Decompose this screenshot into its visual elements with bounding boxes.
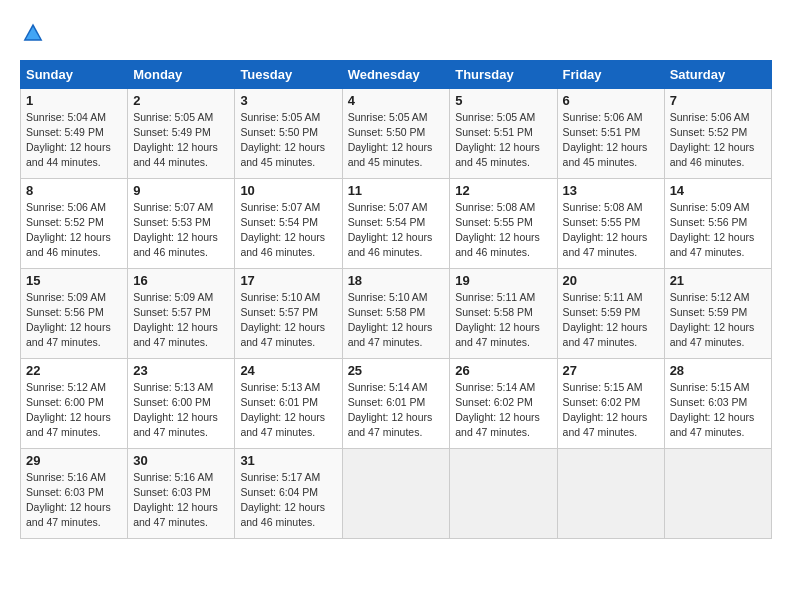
calendar-week-row: 22 Sunrise: 5:12 AMSunset: 6:00 PMDaylig… (21, 359, 772, 449)
day-info: Sunrise: 5:12 AMSunset: 6:00 PMDaylight:… (26, 381, 111, 437)
calendar-cell: 22 Sunrise: 5:12 AMSunset: 6:00 PMDaylig… (21, 359, 128, 449)
column-header-sunday: Sunday (21, 61, 128, 89)
column-header-friday: Friday (557, 61, 664, 89)
day-number: 27 (563, 363, 659, 378)
calendar-cell: 24 Sunrise: 5:13 AMSunset: 6:01 PMDaylig… (235, 359, 342, 449)
day-info: Sunrise: 5:05 AMSunset: 5:51 PMDaylight:… (455, 111, 540, 167)
day-info: Sunrise: 5:10 AMSunset: 5:57 PMDaylight:… (240, 291, 325, 347)
day-info: Sunrise: 5:09 AMSunset: 5:56 PMDaylight:… (26, 291, 111, 347)
day-info: Sunrise: 5:12 AMSunset: 5:59 PMDaylight:… (670, 291, 755, 347)
calendar-cell (342, 449, 450, 539)
calendar-cell: 2 Sunrise: 5:05 AMSunset: 5:49 PMDayligh… (128, 89, 235, 179)
day-info: Sunrise: 5:08 AMSunset: 5:55 PMDaylight:… (563, 201, 648, 257)
day-number: 20 (563, 273, 659, 288)
column-header-wednesday: Wednesday (342, 61, 450, 89)
calendar-cell: 28 Sunrise: 5:15 AMSunset: 6:03 PMDaylig… (664, 359, 771, 449)
column-header-saturday: Saturday (664, 61, 771, 89)
calendar-cell: 31 Sunrise: 5:17 AMSunset: 6:04 PMDaylig… (235, 449, 342, 539)
calendar-header-row: SundayMondayTuesdayWednesdayThursdayFrid… (21, 61, 772, 89)
calendar-cell: 26 Sunrise: 5:14 AMSunset: 6:02 PMDaylig… (450, 359, 557, 449)
calendar-cell: 4 Sunrise: 5:05 AMSunset: 5:50 PMDayligh… (342, 89, 450, 179)
column-header-monday: Monday (128, 61, 235, 89)
day-number: 23 (133, 363, 229, 378)
day-number: 29 (26, 453, 122, 468)
calendar-cell: 18 Sunrise: 5:10 AMSunset: 5:58 PMDaylig… (342, 269, 450, 359)
day-number: 30 (133, 453, 229, 468)
day-info: Sunrise: 5:07 AMSunset: 5:54 PMDaylight:… (348, 201, 433, 257)
day-number: 26 (455, 363, 551, 378)
day-number: 11 (348, 183, 445, 198)
day-number: 17 (240, 273, 336, 288)
calendar-cell: 17 Sunrise: 5:10 AMSunset: 5:57 PMDaylig… (235, 269, 342, 359)
day-number: 25 (348, 363, 445, 378)
day-number: 31 (240, 453, 336, 468)
day-number: 13 (563, 183, 659, 198)
day-info: Sunrise: 5:11 AMSunset: 5:59 PMDaylight:… (563, 291, 648, 347)
calendar-cell: 27 Sunrise: 5:15 AMSunset: 6:02 PMDaylig… (557, 359, 664, 449)
day-info: Sunrise: 5:06 AMSunset: 5:51 PMDaylight:… (563, 111, 648, 167)
day-info: Sunrise: 5:17 AMSunset: 6:04 PMDaylight:… (240, 471, 325, 527)
calendar-cell: 29 Sunrise: 5:16 AMSunset: 6:03 PMDaylig… (21, 449, 128, 539)
day-number: 21 (670, 273, 766, 288)
day-info: Sunrise: 5:06 AMSunset: 5:52 PMDaylight:… (670, 111, 755, 167)
calendar-cell: 20 Sunrise: 5:11 AMSunset: 5:59 PMDaylig… (557, 269, 664, 359)
day-number: 12 (455, 183, 551, 198)
day-number: 2 (133, 93, 229, 108)
column-header-thursday: Thursday (450, 61, 557, 89)
calendar-cell (557, 449, 664, 539)
day-info: Sunrise: 5:09 AMSunset: 5:56 PMDaylight:… (670, 201, 755, 257)
calendar-cell: 23 Sunrise: 5:13 AMSunset: 6:00 PMDaylig… (128, 359, 235, 449)
day-number: 15 (26, 273, 122, 288)
day-info: Sunrise: 5:13 AMSunset: 6:00 PMDaylight:… (133, 381, 218, 437)
calendar-cell: 13 Sunrise: 5:08 AMSunset: 5:55 PMDaylig… (557, 179, 664, 269)
day-info: Sunrise: 5:09 AMSunset: 5:57 PMDaylight:… (133, 291, 218, 347)
day-number: 16 (133, 273, 229, 288)
calendar-cell (450, 449, 557, 539)
calendar-cell: 8 Sunrise: 5:06 AMSunset: 5:52 PMDayligh… (21, 179, 128, 269)
calendar-cell: 11 Sunrise: 5:07 AMSunset: 5:54 PMDaylig… (342, 179, 450, 269)
day-info: Sunrise: 5:15 AMSunset: 6:03 PMDaylight:… (670, 381, 755, 437)
calendar-cell: 6 Sunrise: 5:06 AMSunset: 5:51 PMDayligh… (557, 89, 664, 179)
calendar-cell: 7 Sunrise: 5:06 AMSunset: 5:52 PMDayligh… (664, 89, 771, 179)
day-info: Sunrise: 5:04 AMSunset: 5:49 PMDaylight:… (26, 111, 111, 167)
page-header (20, 20, 772, 44)
day-info: Sunrise: 5:06 AMSunset: 5:52 PMDaylight:… (26, 201, 111, 257)
day-info: Sunrise: 5:08 AMSunset: 5:55 PMDaylight:… (455, 201, 540, 257)
calendar-cell: 5 Sunrise: 5:05 AMSunset: 5:51 PMDayligh… (450, 89, 557, 179)
day-number: 7 (670, 93, 766, 108)
calendar-cell: 9 Sunrise: 5:07 AMSunset: 5:53 PMDayligh… (128, 179, 235, 269)
calendar-cell: 19 Sunrise: 5:11 AMSunset: 5:58 PMDaylig… (450, 269, 557, 359)
calendar-cell: 16 Sunrise: 5:09 AMSunset: 5:57 PMDaylig… (128, 269, 235, 359)
day-number: 22 (26, 363, 122, 378)
calendar-cell: 12 Sunrise: 5:08 AMSunset: 5:55 PMDaylig… (450, 179, 557, 269)
calendar-week-row: 1 Sunrise: 5:04 AMSunset: 5:49 PMDayligh… (21, 89, 772, 179)
day-info: Sunrise: 5:16 AMSunset: 6:03 PMDaylight:… (26, 471, 111, 527)
day-number: 8 (26, 183, 122, 198)
calendar-week-row: 29 Sunrise: 5:16 AMSunset: 6:03 PMDaylig… (21, 449, 772, 539)
calendar-week-row: 15 Sunrise: 5:09 AMSunset: 5:56 PMDaylig… (21, 269, 772, 359)
day-info: Sunrise: 5:13 AMSunset: 6:01 PMDaylight:… (240, 381, 325, 437)
day-number: 10 (240, 183, 336, 198)
calendar-table: SundayMondayTuesdayWednesdayThursdayFrid… (20, 60, 772, 539)
day-info: Sunrise: 5:05 AMSunset: 5:49 PMDaylight:… (133, 111, 218, 167)
calendar-week-row: 8 Sunrise: 5:06 AMSunset: 5:52 PMDayligh… (21, 179, 772, 269)
calendar-cell: 21 Sunrise: 5:12 AMSunset: 5:59 PMDaylig… (664, 269, 771, 359)
day-number: 6 (563, 93, 659, 108)
day-number: 28 (670, 363, 766, 378)
day-info: Sunrise: 5:15 AMSunset: 6:02 PMDaylight:… (563, 381, 648, 437)
day-info: Sunrise: 5:14 AMSunset: 6:02 PMDaylight:… (455, 381, 540, 437)
calendar-cell: 3 Sunrise: 5:05 AMSunset: 5:50 PMDayligh… (235, 89, 342, 179)
day-info: Sunrise: 5:07 AMSunset: 5:54 PMDaylight:… (240, 201, 325, 257)
day-number: 5 (455, 93, 551, 108)
calendar-cell: 14 Sunrise: 5:09 AMSunset: 5:56 PMDaylig… (664, 179, 771, 269)
day-number: 19 (455, 273, 551, 288)
calendar-cell: 15 Sunrise: 5:09 AMSunset: 5:56 PMDaylig… (21, 269, 128, 359)
day-number: 18 (348, 273, 445, 288)
day-info: Sunrise: 5:11 AMSunset: 5:58 PMDaylight:… (455, 291, 540, 347)
day-info: Sunrise: 5:05 AMSunset: 5:50 PMDaylight:… (348, 111, 433, 167)
day-info: Sunrise: 5:10 AMSunset: 5:58 PMDaylight:… (348, 291, 433, 347)
day-number: 9 (133, 183, 229, 198)
calendar-cell: 10 Sunrise: 5:07 AMSunset: 5:54 PMDaylig… (235, 179, 342, 269)
day-info: Sunrise: 5:14 AMSunset: 6:01 PMDaylight:… (348, 381, 433, 437)
day-number: 24 (240, 363, 336, 378)
